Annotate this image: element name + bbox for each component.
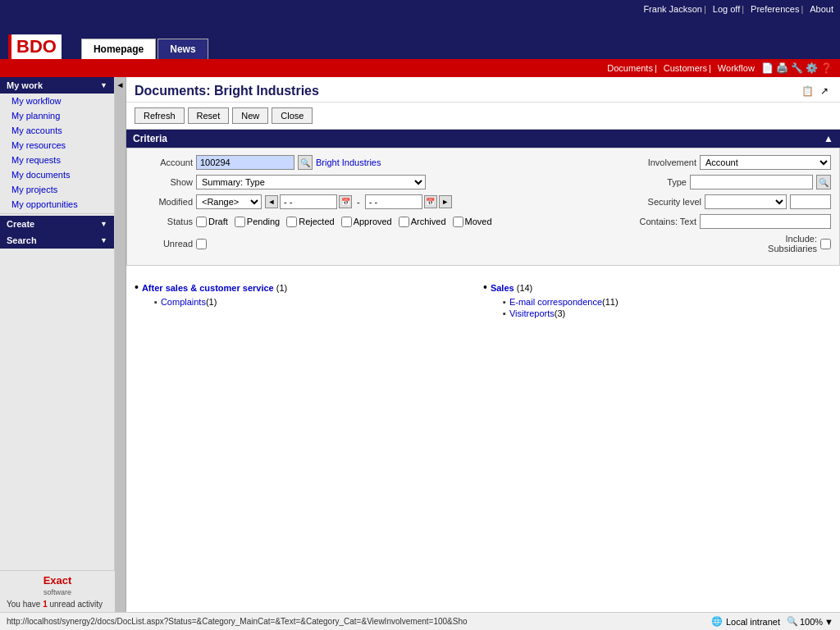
status-moved: Moved xyxy=(453,217,492,227)
security-level-label: Security level xyxy=(628,197,701,207)
create-label: Create xyxy=(7,219,34,229)
create-section[interactable]: Create ▼ xyxy=(0,216,114,232)
sidebar-item-opportunities[interactable]: My opportunities xyxy=(0,197,114,212)
logoff-link[interactable]: Log off xyxy=(713,4,740,14)
criteria-row-modified: Modified <Range> ◄ 📅 - 📅 ► xyxy=(135,194,831,209)
involvement-select[interactable]: Account xyxy=(700,155,831,170)
complaints-link[interactable]: Complaints xyxy=(161,297,206,307)
content-header: Documents: Bright Industries 📋 ↗ xyxy=(126,77,840,103)
unread-checkbox[interactable] xyxy=(196,239,207,249)
modified-range-select[interactable]: <Range> xyxy=(196,194,262,209)
sidebar-item-planning[interactable]: My planning xyxy=(0,108,114,123)
workflow-link[interactable]: Workflow xyxy=(718,63,755,73)
bullet-1: • xyxy=(135,281,139,294)
refresh-button[interactable]: Refresh xyxy=(135,107,185,124)
security-level-input[interactable] xyxy=(790,194,831,209)
tab-news[interactable]: News xyxy=(158,39,208,59)
moved-checkbox[interactable] xyxy=(453,217,463,227)
top-bar: Frank Jackson | Log off | Preferences | … xyxy=(0,0,840,18)
show-select[interactable]: Summary: Type xyxy=(196,175,426,189)
collapse-sidebar-button[interactable]: ◄ xyxy=(115,77,126,612)
involvement-label: Involvement xyxy=(623,158,696,167)
header-icons: 📋 ↗ xyxy=(800,84,832,98)
sidebar-item-projects[interactable]: My projects xyxy=(0,182,114,197)
status-checkboxes: Draft Pending Rejected Approved xyxy=(196,217,492,227)
content-area: Documents: Bright Industries 📋 ↗ Refresh… xyxy=(126,77,840,612)
preferences-link[interactable]: Preferences xyxy=(751,4,799,14)
header-icon-2[interactable]: ↗ xyxy=(817,84,832,98)
about-link[interactable]: About xyxy=(810,4,833,14)
tab-homepage[interactable]: Homepage xyxy=(81,39,156,59)
print-icon[interactable]: 🖨️ xyxy=(774,61,789,75)
sidebar-item-resources[interactable]: My resources xyxy=(0,138,114,153)
email-link[interactable]: E-mail correspondence xyxy=(509,297,602,307)
my-work-section[interactable]: My work ▼ xyxy=(0,77,114,94)
draft-label: Draft xyxy=(208,217,228,226)
date-end-calendar-btn[interactable]: 📅 xyxy=(424,195,437,208)
reset-button[interactable]: Reset xyxy=(188,107,230,124)
help-icon[interactable]: ❓ xyxy=(819,61,833,75)
aftersales-link[interactable]: After sales & customer service xyxy=(142,283,274,293)
unread-notice: You have 1 unread activity xyxy=(7,600,108,609)
archived-checkbox[interactable] xyxy=(399,217,409,227)
exact-logo-subtitle: software xyxy=(43,588,71,596)
date-end-input[interactable] xyxy=(365,194,422,209)
nav-tabs: Homepage News xyxy=(81,39,210,59)
sidebar-item-requests[interactable]: My requests xyxy=(0,153,114,167)
add-doc-icon[interactable]: 📄 xyxy=(760,61,774,75)
results-col-2: • Sales (14) ▪ E-mail correspondence (11… xyxy=(483,281,832,320)
type-lookup-btn[interactable]: 🔍 xyxy=(816,175,831,189)
sales-link[interactable]: Sales xyxy=(491,283,514,293)
status-approved: Approved xyxy=(341,217,392,227)
date-calendar-btn[interactable]: 📅 xyxy=(339,195,352,208)
status-draft: Draft xyxy=(196,217,228,227)
sales-count: (14) xyxy=(517,283,533,293)
archived-label: Archived xyxy=(411,217,446,226)
red-bar: Documents | Customers | Workflow 📄 🖨️ 🔧 … xyxy=(0,59,840,77)
account-input[interactable] xyxy=(196,155,294,170)
moved-label: Moved xyxy=(465,217,492,226)
search-label: Search xyxy=(7,235,37,245)
email-item: ▪ E-mail correspondence (11) xyxy=(503,297,832,307)
date-start-input[interactable] xyxy=(280,194,337,209)
type-input[interactable] xyxy=(690,175,813,189)
documents-link[interactable]: Documents xyxy=(607,63,653,73)
new-button[interactable]: New xyxy=(232,107,268,124)
date-prev-btn[interactable]: ◄ xyxy=(265,195,278,208)
complaints-count: (1) xyxy=(206,297,217,307)
customers-link[interactable]: Customers xyxy=(664,63,707,73)
sidebar-item-documents[interactable]: My documents xyxy=(0,167,114,182)
security-level-select[interactable] xyxy=(705,194,787,209)
sidebar-item-workflow[interactable]: My workflow xyxy=(0,94,114,108)
criteria-collapse-icon[interactable]: ▲ xyxy=(824,133,833,144)
header-icon-1[interactable]: 📋 xyxy=(800,84,815,98)
criteria-row-unread: Unread Include: Subsidiaries xyxy=(135,234,831,253)
account-label: Account xyxy=(135,158,193,167)
account-link[interactable]: Bright Industries xyxy=(316,158,381,167)
rejected-checkbox[interactable] xyxy=(286,217,297,227)
page-title: Documents: Bright Industries xyxy=(135,84,319,98)
sales-link-wrapper: Sales (14) xyxy=(491,283,532,293)
contains-text-input[interactable] xyxy=(700,214,831,229)
draft-checkbox[interactable] xyxy=(196,217,207,227)
date-next-btn[interactable]: ► xyxy=(439,195,452,208)
account-lookup-btn[interactable]: 🔍 xyxy=(298,155,313,170)
search-section[interactable]: Search ▼ xyxy=(0,232,114,249)
close-button[interactable]: Close xyxy=(272,107,313,124)
include-subsidiaries-checkbox[interactable] xyxy=(820,239,831,249)
status-pending: Pending xyxy=(235,217,280,227)
approved-checkbox[interactable] xyxy=(341,217,352,227)
visitreports-item: ▪ Visitreports (3) xyxy=(503,308,832,318)
criteria-header: Criteria ▲ xyxy=(126,130,840,148)
complaints-bullet: ▪ xyxy=(154,297,158,307)
results-col-1: • After sales & customer service (1) ▪ C… xyxy=(135,281,483,320)
settings-icon[interactable]: ⚙️ xyxy=(804,61,819,75)
visitreports-link[interactable]: Visitreports xyxy=(509,308,555,318)
my-work-arrow: ▼ xyxy=(100,81,107,89)
tools-icon[interactable]: 🔧 xyxy=(789,61,804,75)
pending-checkbox[interactable] xyxy=(235,217,245,227)
email-count: (11) xyxy=(602,297,619,307)
bdo-logo: BDO xyxy=(8,34,62,59)
sidebar-item-accounts[interactable]: My accounts xyxy=(0,123,114,138)
sidebar-divider-1 xyxy=(0,213,114,214)
